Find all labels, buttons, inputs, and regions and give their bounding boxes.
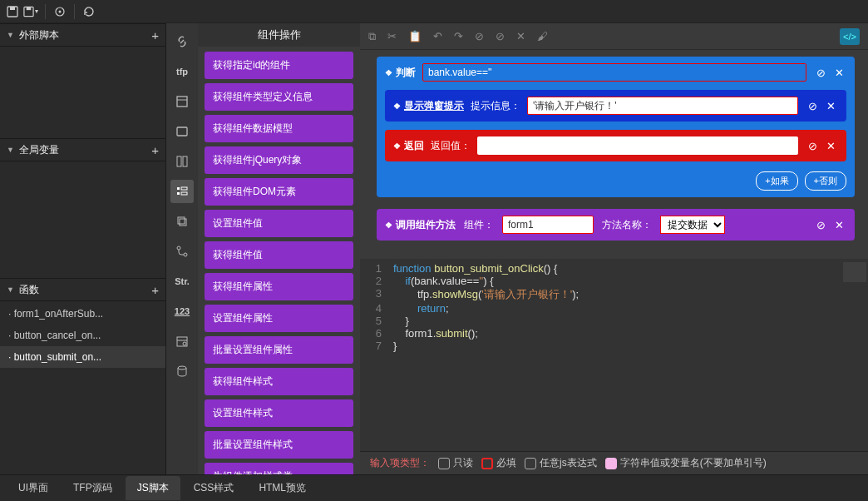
svg-point-21 <box>183 342 186 345</box>
call-method-select[interactable]: 提交数据 <box>660 216 725 234</box>
brush-icon[interactable]: 🖌 <box>537 30 548 42</box>
rail-num[interactable]: 123 <box>170 300 194 323</box>
svg-rect-12 <box>181 187 187 190</box>
top-toolbar: ▾ <box>0 0 868 23</box>
block-disable-icon[interactable]: ⊘ <box>805 138 820 153</box>
code-editor[interactable]: 1function button_submit_onClick() {2 if(… <box>360 259 868 451</box>
call-comp-input[interactable] <box>502 216 594 234</box>
block-close-icon[interactable]: ✕ <box>831 217 846 232</box>
save-icon[interactable] <box>5 4 20 19</box>
block-disable-icon[interactable]: ⊘ <box>813 217 828 232</box>
func-item[interactable]: · button_cancel_on... <box>0 325 165 346</box>
func-item[interactable]: · button_submit_on... <box>0 346 165 368</box>
section-title: 外部脚本 <box>19 28 59 42</box>
return-label: ❖返回 <box>393 139 424 153</box>
save-dropdown-icon[interactable]: ▾ <box>23 4 38 19</box>
op-item[interactable]: 设置组件属性 <box>205 305 353 332</box>
ops-panel: 组件操作 获得指定id的组件 获得组件类型定义信息 获得组件数据模型 获得组件j… <box>198 23 360 474</box>
return-value-input[interactable] <box>477 136 798 155</box>
rail-tfp[interactable]: tfp <box>170 60 194 83</box>
op-item[interactable]: 获得指定id的组件 <box>205 52 353 79</box>
op-item[interactable]: 获得组件DOM元素 <box>205 178 353 206</box>
op-item[interactable]: 设置组件样式 <box>205 399 353 427</box>
svg-rect-9 <box>177 156 181 166</box>
target-icon[interactable] <box>52 4 67 19</box>
rail-layout-icon[interactable] <box>170 150 194 173</box>
judge-expr-input[interactable] <box>422 63 806 82</box>
rail-link-icon[interactable] <box>170 30 194 53</box>
rail-copy-icon[interactable] <box>170 210 194 233</box>
tab-html[interactable]: HTML预览 <box>247 476 318 500</box>
op-item[interactable]: 获得组件样式 <box>205 368 353 395</box>
opt-required[interactable]: 必填 <box>481 456 516 470</box>
show-msg-block[interactable]: ❖显示弹窗提示 提示信息： ⊘ ✕ <box>385 90 846 122</box>
refresh-icon[interactable] <box>81 4 96 19</box>
op-item[interactable]: 获得组件数据模型 <box>205 115 353 142</box>
rail-box-icon[interactable] <box>170 90 194 113</box>
msg-value-input[interactable] <box>527 97 798 115</box>
svg-rect-10 <box>183 156 187 166</box>
section-functions[interactable]: ▼ 函数 + <box>0 278 165 301</box>
paste-icon[interactable]: 📋 <box>408 30 422 42</box>
block-close-icon[interactable]: ✕ <box>823 138 838 153</box>
rail-str[interactable]: Str. <box>170 270 194 293</box>
rail-calendar-icon[interactable] <box>170 330 194 353</box>
blocks-area: ❖判断 ⊘ ✕ ❖显示弹窗提示 提示信息： ⊘ ✕ <box>360 50 868 259</box>
judge-footer: +如果 +否则 <box>385 171 846 191</box>
tab-js[interactable]: JS脚本 <box>126 476 180 500</box>
close-icon[interactable]: ✕ <box>516 30 525 42</box>
code-toggle-button[interactable]: </> <box>840 28 860 45</box>
rail-list-icon[interactable] <box>170 180 194 203</box>
rail-flow-icon[interactable] <box>170 240 194 263</box>
chevron-down-icon: ▼ <box>7 31 14 39</box>
add-else-button[interactable]: +否则 <box>805 171 846 191</box>
chevron-down-icon: ▼ <box>7 146 14 154</box>
opt-str[interactable]: 字符串值或变量名(不要加单引号) <box>605 456 767 470</box>
ops-list[interactable]: 获得指定id的组件 获得组件类型定义信息 获得组件数据模型 获得组件jQuery… <box>198 47 360 474</box>
op-item[interactable]: 获得组件类型定义信息 <box>205 83 353 111</box>
op-item[interactable]: 批量设置组件样式 <box>205 431 353 459</box>
tab-ui[interactable]: UI界面 <box>7 476 60 500</box>
cut-icon[interactable]: ✂ <box>387 30 397 42</box>
tab-tfp[interactable]: TFP源码 <box>62 476 124 500</box>
block-disable-icon[interactable]: ⊘ <box>805 98 820 113</box>
svg-rect-11 <box>177 187 180 190</box>
judge-block[interactable]: ❖判断 ⊘ ✕ ❖显示弹窗提示 提示信息： ⊘ ✕ <box>377 57 855 197</box>
right-panel: ⧉ ✂ 📋 ↶ ↷ ⊘ ⊘ ✕ 🖌 </> ❖判断 ⊘ ✕ <box>360 23 868 474</box>
section-globals[interactable]: ▼ 全局变量 + <box>0 138 165 161</box>
op-item[interactable]: 为组件添加样式类 <box>205 463 353 474</box>
block-close-icon[interactable]: ✕ <box>823 98 838 113</box>
redo-icon[interactable]: ↷ <box>454 30 463 42</box>
add-if-button[interactable]: +如果 <box>756 171 797 191</box>
puzzle-icon: ❖ <box>385 221 392 230</box>
undo-icon[interactable]: ↶ <box>433 30 442 42</box>
op-item[interactable]: 获得组件属性 <box>205 273 353 300</box>
tab-css[interactable]: CSS样式 <box>182 476 246 500</box>
puzzle-icon: ❖ <box>393 141 401 151</box>
func-item[interactable]: · form1_onAfterSub... <box>0 303 165 325</box>
copy-icon[interactable]: ⧉ <box>368 30 376 43</box>
add-icon[interactable]: + <box>151 28 159 42</box>
add-icon[interactable]: + <box>151 283 159 297</box>
opt-readonly[interactable]: 只读 <box>438 456 473 470</box>
return-block[interactable]: ❖返回 返回值： ⊘ ✕ <box>385 130 846 161</box>
puzzle-icon: ❖ <box>385 68 392 77</box>
stop-icon[interactable]: ⊘ <box>475 30 484 42</box>
opt-js[interactable]: 任意js表达式 <box>525 456 597 470</box>
svg-rect-6 <box>177 97 187 107</box>
add-icon[interactable]: + <box>151 143 159 157</box>
return-actions: ⊘ ✕ <box>805 138 838 153</box>
msg-label: ❖显示弹窗提示 <box>393 99 464 113</box>
stop2-icon[interactable]: ⊘ <box>496 30 505 42</box>
op-item[interactable]: 获得组件jQuery对象 <box>205 146 353 174</box>
block-close-icon[interactable]: ✕ <box>831 65 846 80</box>
icon-rail: tfp Str. 123 <box>166 23 198 474</box>
block-disable-icon[interactable]: ⊘ <box>813 65 828 80</box>
call-method-block[interactable]: ❖调用组件方法 组件： 方法名称： 提交数据 ⊘ ✕ <box>377 209 855 241</box>
section-external-scripts[interactable]: ▼ 外部脚本 + <box>0 23 165 47</box>
op-item[interactable]: 获得组件值 <box>205 241 353 269</box>
rail-window-icon[interactable] <box>170 120 194 143</box>
rail-db-icon[interactable] <box>170 360 194 383</box>
op-item[interactable]: 批量设置组件属性 <box>205 336 353 364</box>
op-item[interactable]: 设置组件值 <box>205 210 353 237</box>
